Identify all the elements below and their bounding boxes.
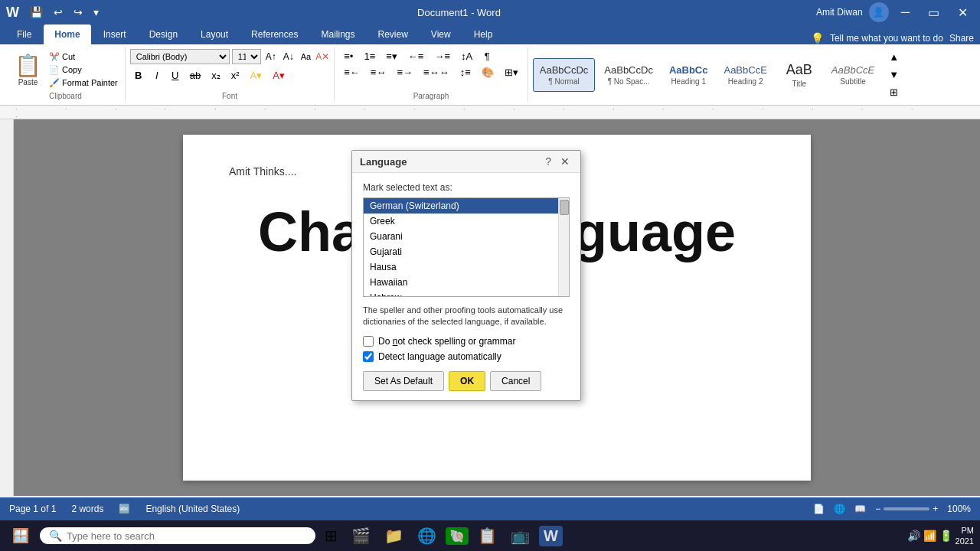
language-status[interactable]: English (United States) <box>145 504 240 514</box>
style-heading1[interactable]: AaBbCc Heading 1 <box>662 58 715 92</box>
view-print-icon[interactable]: 📄 <box>813 504 825 514</box>
tab-design[interactable]: Design <box>139 24 188 44</box>
taskbar-app-browser[interactable]: 🌐 <box>413 523 441 548</box>
save-quick-btn[interactable]: 💾 <box>27 5 46 20</box>
search-input[interactable] <box>67 530 306 542</box>
text-highlight-btn[interactable]: A▾ <box>246 68 267 83</box>
taskbar-app-video[interactable]: 🎬 <box>347 523 375 548</box>
cancel-button[interactable]: Cancel <box>490 371 541 391</box>
sort-btn[interactable]: ↕A <box>456 49 477 64</box>
justify-btn[interactable]: ≡↔↔ <box>419 65 454 80</box>
styles-scroll-down-btn[interactable]: ▼ <box>884 67 903 82</box>
strikethrough-button[interactable]: ab <box>185 68 205 83</box>
main-area: Amit Thinks.... Change Language Language… <box>0 119 980 496</box>
italic-button[interactable]: I <box>149 68 165 83</box>
tab-help[interactable]: Help <box>463 24 504 44</box>
lang-scrollbar[interactable] <box>558 198 569 296</box>
close-btn[interactable]: ✕ <box>952 4 974 21</box>
restore-btn[interactable]: ▭ <box>922 4 946 21</box>
bullets-btn[interactable]: ≡• <box>339 49 358 64</box>
zoom-slider[interactable]: − + <box>875 504 938 514</box>
decrease-indent-btn[interactable]: ←≡ <box>403 49 429 64</box>
font-color-btn[interactable]: A▾ <box>268 68 289 83</box>
styles-scroll-up-btn[interactable]: ▲ <box>884 50 903 64</box>
language-list-container[interactable]: German (Switzerland) Greek Guarani Gujar… <box>363 197 570 297</box>
search-bar[interactable]: 🔍 <box>40 527 315 544</box>
share-label[interactable]: Share <box>949 33 974 44</box>
tab-mailings[interactable]: Mailings <box>310 24 365 44</box>
paste-button[interactable]: 📋 Paste <box>11 49 45 90</box>
taskbar-app-files[interactable]: 📁 <box>380 523 408 548</box>
lang-item-hausa[interactable]: Hausa <box>364 259 569 275</box>
copy-button[interactable]: 📄 Copy <box>47 64 120 76</box>
underline-button[interactable]: U <box>167 68 184 83</box>
bold-button[interactable]: B <box>130 68 147 83</box>
zoom-level[interactable]: 100% <box>947 504 971 514</box>
increase-indent-btn[interactable]: →≡ <box>430 49 455 64</box>
tab-layout[interactable]: Layout <box>190 24 239 44</box>
line-spacing-btn[interactable]: ↕≡ <box>456 65 475 80</box>
zoom-in-btn[interactable]: + <box>933 504 938 514</box>
redo-quick-btn[interactable]: ↪ <box>70 5 86 20</box>
superscript-button[interactable]: x² <box>227 68 244 83</box>
lang-item-guarani[interactable]: Guarani <box>364 229 569 244</box>
dialog-close-btn[interactable]: ✕ <box>557 155 573 168</box>
font-grow-btn[interactable]: A↑ <box>263 51 279 63</box>
taskbar-app-word[interactable]: W <box>539 526 563 546</box>
tab-view[interactable]: View <box>420 24 462 44</box>
view-web-icon[interactable]: 🌐 <box>834 504 845 514</box>
style-normal[interactable]: AaBbCcDc ¶ Normal <box>533 58 596 92</box>
task-view-icon[interactable]: ⊞ <box>320 523 342 548</box>
taskbar-time[interactable]: PM 2021 <box>956 525 974 547</box>
style-title[interactable]: AaB Title <box>776 58 822 92</box>
align-left-btn[interactable]: ≡← <box>339 65 364 80</box>
no-check-checkbox[interactable] <box>363 336 374 347</box>
document-area[interactable]: Amit Thinks.... Change Language Language… <box>14 119 980 496</box>
lang-item-german-ch[interactable]: German (Switzerland) <box>364 198 569 214</box>
cut-button[interactable]: ✂️ Cut <box>47 51 120 63</box>
tab-file[interactable]: File <box>6 24 42 44</box>
lang-item-hebrew[interactable]: Hebrew <box>364 290 569 296</box>
font-family-select[interactable]: Calibri (Body) <box>130 49 230 64</box>
font-case-btn[interactable]: Aa <box>299 51 313 62</box>
set-default-button[interactable]: Set As Default <box>363 371 444 391</box>
style-subtitle[interactable]: AaBbCcE Subtitle <box>825 58 881 92</box>
clear-format-btn[interactable]: A✕ <box>315 51 329 62</box>
copy-icon: 📄 <box>49 65 60 75</box>
taskbar-app-sticky[interactable]: 📋 <box>473 523 501 548</box>
tab-references[interactable]: References <box>240 24 309 44</box>
zoom-out-btn[interactable]: − <box>875 504 880 514</box>
language-list[interactable]: German (Switzerland) Greek Guarani Gujar… <box>364 198 569 296</box>
taskbar-app-tv[interactable]: 📺 <box>506 523 534 548</box>
subscript-button[interactable]: x₂ <box>207 68 225 83</box>
undo-quick-btn[interactable]: ↩ <box>51 5 66 20</box>
lang-item-gujarati[interactable]: Gujarati <box>364 244 569 259</box>
ok-button[interactable]: OK <box>449 371 485 391</box>
numbering-btn[interactable]: 1≡ <box>359 49 380 64</box>
tell-me-text[interactable]: Tell me what you want to do <box>830 33 943 44</box>
dialog-help-btn[interactable]: ? <box>542 155 554 168</box>
lang-item-hawaiian[interactable]: Hawaiian <box>364 275 569 290</box>
style-heading2[interactable]: AaBbCcE Heading 2 <box>717 58 773 92</box>
tab-insert[interactable]: Insert <box>93 24 137 44</box>
minimize-btn[interactable]: ─ <box>895 4 916 21</box>
detect-checkbox[interactable] <box>363 351 374 362</box>
styles-more-btn[interactable]: ⊞ <box>884 85 903 99</box>
multilevel-btn[interactable]: ≡▾ <box>381 49 402 64</box>
align-right-btn[interactable]: ≡→ <box>392 65 417 80</box>
taskbar-app-shell[interactable]: 🐚 <box>446 527 469 545</box>
font-size-select[interactable]: 11 <box>232 49 261 64</box>
lang-item-greek[interactable]: Greek <box>364 214 569 229</box>
qa-dropdown-btn[interactable]: ▾ <box>90 5 102 20</box>
align-center-btn[interactable]: ≡↔ <box>366 65 391 80</box>
start-button[interactable]: 🪟 <box>6 524 35 547</box>
show-marks-btn[interactable]: ¶ <box>479 49 495 64</box>
tab-review[interactable]: Review <box>367 24 418 44</box>
tab-home[interactable]: Home <box>44 24 90 44</box>
view-read-icon[interactable]: 📖 <box>854 504 866 514</box>
style-no-space[interactable]: AaBbCcDc ¶ No Spac... <box>597 58 660 92</box>
borders-btn[interactable]: ⊞▾ <box>500 65 523 80</box>
shading-btn[interactable]: 🎨 <box>477 65 498 80</box>
font-shrink-btn[interactable]: A↓ <box>281 51 296 63</box>
format-painter-button[interactable]: 🖌️ Format Painter <box>47 77 120 89</box>
